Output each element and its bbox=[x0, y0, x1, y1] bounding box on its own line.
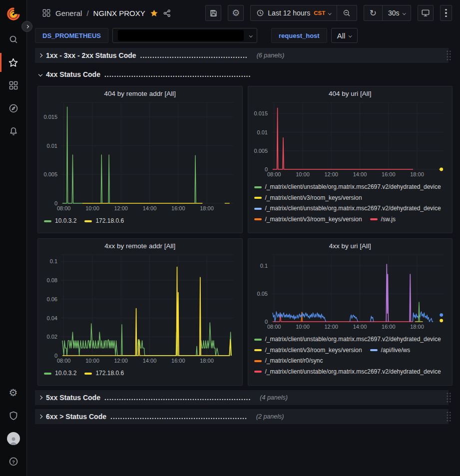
gear-icon: ⚙ bbox=[9, 388, 18, 398]
legend-item[interactable]: /api/live/ws bbox=[370, 345, 411, 356]
x-axis-label: 08:00 bbox=[57, 205, 71, 211]
time-range-picker[interactable]: Last 12 hours CST bbox=[251, 5, 336, 20]
y-axis-label: 0.02 bbox=[47, 334, 57, 340]
zoom-out-time-button[interactable] bbox=[337, 5, 357, 20]
sidebar-expand-button[interactable] bbox=[21, 21, 32, 32]
save-icon bbox=[209, 9, 218, 17]
variable-ds-prometheus-label[interactable]: DS_PROMETHEUS bbox=[35, 28, 108, 43]
refresh-button[interactable]: ↻ bbox=[364, 5, 382, 20]
monitor-icon bbox=[421, 8, 430, 17]
more-options-button[interactable] bbox=[440, 5, 452, 21]
clock-icon bbox=[256, 9, 264, 17]
x-axis-label: 16:00 bbox=[382, 324, 396, 330]
legend-item[interactable]: /_matrix/client/v3/room_keys/version bbox=[254, 214, 362, 225]
favorite-star-icon[interactable] bbox=[150, 9, 158, 17]
legend-label: /_matrix/client/v3/room_keys/version bbox=[265, 214, 362, 225]
chart-canvas[interactable]: 00.0050.010.01508:0010:0012:0014:0016:00… bbox=[252, 98, 449, 178]
sidebar-item-configuration[interactable]: ⚙ bbox=[0, 381, 27, 404]
legend-item[interactable]: 10.0.3.2 bbox=[44, 368, 76, 379]
grafana-app: ⚙ ? bbox=[0, 0, 460, 476]
legend-label: /_matrix/client/v3/room_keys/version bbox=[265, 345, 362, 356]
dashboard-settings-button[interactable]: ⚙ bbox=[228, 5, 244, 21]
chevron-right-icon bbox=[38, 396, 42, 400]
dashboards-grid-icon bbox=[8, 80, 18, 90]
top-navbar: General / NGINX PROXY bbox=[27, 0, 460, 26]
x-axis-label: 08:00 bbox=[267, 171, 281, 177]
row-title: 6xx > Status Code bbox=[46, 413, 106, 421]
time-picker-group: Last 12 hours CST bbox=[250, 5, 357, 21]
chart-area[interactable]: 00.050.108:0010:0012:0014:0016:0018:00 bbox=[252, 251, 449, 333]
legend-label: /_matrix/client/unstable/org.matrix.msc2… bbox=[265, 182, 441, 193]
legend-item[interactable]: /_matrix/client/unstable/org.matrix.msc2… bbox=[254, 367, 441, 378]
sidebar-item-dashboards[interactable] bbox=[0, 74, 27, 97]
chart-canvas[interactable]: 00.050.108:0010:0012:0014:0016:0018:00 bbox=[252, 251, 449, 331]
sidebar-item-server-admin[interactable] bbox=[0, 404, 27, 427]
sidebar-item-explore[interactable] bbox=[0, 97, 27, 120]
legend-item[interactable]: 10.0.3.2 bbox=[44, 216, 76, 227]
dashboard-canvas: 1xx - 3xx - 2xx Status Code ............… bbox=[27, 45, 460, 476]
share-icon[interactable] bbox=[163, 9, 171, 17]
chart-canvas[interactable]: 00.020.040.060.080.108:0010:0012:0014:00… bbox=[42, 251, 238, 365]
legend-item[interactable]: /sw.js bbox=[370, 214, 396, 225]
legend-item[interactable]: /_matrix/client/v3/room_keys/version bbox=[254, 193, 362, 204]
legend: /_matrix/client/unstable/org.matrix.msc2… bbox=[252, 180, 449, 231]
row-4xx-status-code[interactable]: 4xx Status Code ........................… bbox=[35, 67, 449, 82]
sidebar-item-search[interactable] bbox=[0, 28, 27, 51]
cycle-view-mode-button[interactable] bbox=[418, 5, 434, 21]
row-5xx-status-code[interactable]: 5xx Status Code ........................… bbox=[35, 390, 449, 405]
legend-label: 10.0.3.2 bbox=[55, 368, 76, 379]
series-line bbox=[62, 323, 231, 356]
panel-title[interactable]: 4xx by uri [All] bbox=[252, 240, 449, 251]
variable-request-host-select[interactable]: All bbox=[331, 28, 358, 43]
legend-label: /api/live/ws bbox=[381, 345, 411, 356]
variable-request-host-label[interactable]: request_host bbox=[271, 28, 327, 43]
refresh-interval-picker[interactable]: 30s bbox=[382, 5, 411, 20]
save-dashboard-button[interactable] bbox=[205, 5, 221, 21]
series-point bbox=[440, 313, 443, 317]
row-dots: ........................................… bbox=[110, 413, 247, 421]
series-line bbox=[195, 155, 196, 203]
chart-area[interactable]: 00.020.040.060.080.108:0010:0012:0014:00… bbox=[42, 251, 238, 367]
chart-canvas[interactable]: 00.0050.010.01508:0010:0012:0014:0016:00… bbox=[42, 98, 238, 212]
zoom-out-icon bbox=[343, 9, 351, 17]
row-6xx-status-code[interactable]: 6xx > Status Code ......................… bbox=[35, 409, 449, 424]
sidebar-item-help[interactable]: ? bbox=[0, 450, 27, 473]
y-axis-label: 0.005 bbox=[43, 171, 57, 177]
legend: 10.0.3.2172.18.0.6 bbox=[42, 367, 238, 383]
row-title: 4xx Status Code bbox=[46, 70, 100, 78]
row-1xx-3xx-2xx-status-code[interactable]: 1xx - 3xx - 2xx Status Code ............… bbox=[35, 48, 449, 63]
sidebar-item-alerting[interactable] bbox=[0, 120, 27, 143]
y-axis-label: 0.005 bbox=[254, 148, 268, 154]
x-axis-label: 18:00 bbox=[410, 324, 424, 330]
legend-item[interactable]: 172.18.0.6 bbox=[84, 216, 124, 227]
legend-item[interactable]: /_matrix/client/r0/sync bbox=[254, 356, 323, 367]
row-drag-handle[interactable] bbox=[446, 411, 452, 422]
breadcrumb-separator: / bbox=[86, 9, 88, 17]
legend-item[interactable]: /_matrix/client/unstable/org.matrix.msc2… bbox=[254, 334, 441, 345]
breadcrumb-folder[interactable]: General bbox=[55, 9, 82, 17]
legend-item[interactable]: /_matrix/client/v3/room_keys/version bbox=[254, 345, 362, 356]
sidebar-item-starred[interactable] bbox=[0, 51, 27, 74]
legend-swatch bbox=[254, 218, 262, 220]
row-drag-handle[interactable] bbox=[446, 392, 452, 403]
dashboard-title[interactable]: NGINX PROXY bbox=[93, 9, 145, 17]
person-icon bbox=[8, 436, 18, 445]
legend-swatch bbox=[254, 208, 262, 210]
y-axis-label: 0.1 bbox=[260, 263, 267, 269]
chart-area[interactable]: 00.0050.010.01508:0010:0012:0014:0016:00… bbox=[42, 98, 238, 214]
legend-label: /_matrix/client/r0/sync bbox=[265, 356, 323, 367]
refresh-icon: ↻ bbox=[370, 9, 377, 17]
legend-item[interactable]: /_matrix/client/unstable/org.matrix.msc2… bbox=[254, 203, 441, 214]
row-drag-handle[interactable] bbox=[446, 50, 452, 61]
variable-ds-prometheus-select[interactable] bbox=[112, 28, 257, 43]
svg-text:?: ? bbox=[12, 459, 15, 465]
x-axis-label: 16:00 bbox=[382, 171, 396, 177]
panel-title[interactable]: 4xx by remote addr [All] bbox=[42, 240, 238, 251]
sidebar-item-profile[interactable] bbox=[0, 427, 27, 450]
series-line bbox=[272, 313, 413, 322]
panel-title[interactable]: 404 by remote addr [All] bbox=[42, 88, 238, 98]
panel-title[interactable]: 404 by uri [All] bbox=[252, 88, 449, 98]
legend-item[interactable]: 172.18.0.6 bbox=[84, 368, 124, 379]
chart-area[interactable]: 00.0050.010.01508:0010:0012:0014:0016:00… bbox=[252, 98, 449, 180]
legend-item[interactable]: /_matrix/client/unstable/org.matrix.msc2… bbox=[254, 182, 441, 193]
